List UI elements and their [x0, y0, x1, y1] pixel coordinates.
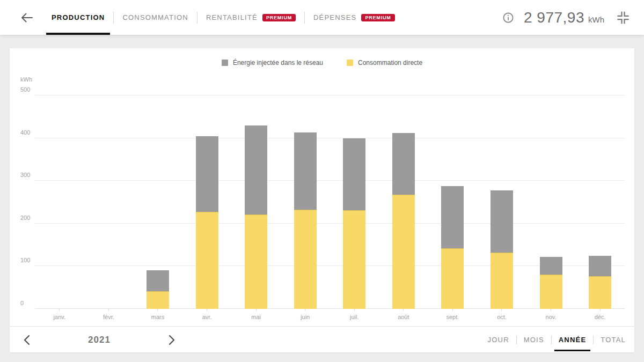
y-tick-label: 400 [20, 129, 30, 136]
bar-segment-injected [540, 257, 562, 275]
bar-segment-direct [245, 215, 267, 309]
legend-swatch [222, 60, 228, 66]
y-tick-label: 500 [20, 86, 30, 93]
bar-segment-injected [441, 186, 464, 248]
x-axis-tick [256, 309, 257, 311]
bar-segment-injected [343, 138, 365, 210]
tab-depenses-label: DÉPENSES [313, 13, 356, 21]
bar-segment-injected [392, 133, 415, 195]
legend-swatch [347, 60, 353, 66]
month-label: mars [151, 314, 164, 320]
main-tabs: PRODUCTION CONSOMMATION RENTABILITÉ PREM… [46, 0, 400, 35]
total-production-unit: kWh [588, 15, 604, 24]
month-label: févr. [103, 314, 114, 320]
x-label-slot: déc. [575, 309, 625, 320]
bar-slot [428, 95, 478, 309]
bar-août[interactable] [392, 133, 415, 309]
x-label-slot: oct. [477, 309, 526, 320]
bar-segment-direct [196, 212, 218, 309]
tab-rentabilite[interactable]: RENTABILITÉ PREMIUM [201, 0, 301, 35]
info-icon [502, 12, 514, 24]
bar-segment-injected [491, 190, 513, 253]
bar-segment-direct [147, 291, 169, 309]
x-label-slot: avr. [182, 309, 232, 320]
period-tab-annee[interactable]: ANNÉE [555, 334, 590, 346]
bar-avr[interactable] [196, 136, 218, 309]
next-year-button[interactable] [166, 334, 177, 346]
period-separator [593, 336, 594, 344]
bar-juil[interactable] [343, 138, 365, 309]
bar-segment-injected [147, 270, 169, 291]
x-axis-tick [157, 309, 158, 311]
x-label-slot: juin [281, 309, 330, 320]
bar-slot [182, 95, 232, 309]
period-tab-jour-label: JOUR [488, 336, 509, 344]
month-label: déc. [595, 314, 606, 320]
period-tab-total-label: TOTAL [601, 336, 626, 344]
period-tab-mois-label: MOIS [524, 336, 544, 344]
premium-badge: PREMIUM [262, 14, 296, 21]
period-tab-annee-label: ANNÉE [559, 336, 587, 344]
tab-production[interactable]: PRODUCTION [46, 0, 110, 35]
tab-separator [197, 12, 197, 24]
x-axis-tick [600, 309, 601, 311]
bar-déc[interactable] [589, 256, 611, 309]
info-button[interactable] [502, 12, 514, 24]
x-axis-tick [551, 309, 551, 311]
bar-segment-direct [294, 210, 317, 309]
bar-slot [35, 95, 84, 309]
period-separator [516, 336, 517, 344]
previous-year-button[interactable] [21, 334, 32, 346]
bar-slot [84, 95, 134, 309]
tab-separator [304, 12, 305, 24]
bar-segment-injected [589, 256, 611, 276]
bar-segment-direct [392, 195, 415, 309]
x-axis-tick [501, 309, 502, 311]
collapse-view-button[interactable] [615, 10, 631, 26]
tab-consommation-label: CONSOMMATION [122, 13, 188, 21]
tab-consommation[interactable]: CONSOMMATION [117, 0, 194, 35]
x-label-slot: août [379, 309, 428, 320]
x-label-slot: janv. [35, 309, 84, 320]
bar-juin[interactable] [294, 132, 317, 309]
chevron-right-icon [167, 334, 176, 346]
active-tab-underline [46, 33, 110, 35]
bar-mars[interactable] [147, 270, 169, 309]
x-axis-tick [207, 309, 207, 311]
bar-mai[interactable] [245, 125, 267, 309]
top-header: PRODUCTION CONSOMMATION RENTABILITÉ PREM… [0, 0, 644, 35]
bar-segment-direct [343, 210, 365, 309]
tab-depenses[interactable]: DÉPENSES PREMIUM [308, 0, 400, 35]
bar-nov[interactable] [540, 257, 562, 309]
chart-card: Énergie injectée dans le réseauConsommat… [10, 48, 634, 352]
month-label: nov. [546, 314, 557, 320]
bar-slot [477, 95, 526, 309]
bar-segment-injected [196, 136, 218, 212]
month-label: avr. [202, 314, 212, 320]
bar-segment-direct [589, 276, 611, 309]
period-tab-mois[interactable]: MOIS [521, 334, 547, 346]
bar-oct[interactable] [491, 190, 513, 309]
bar-sept[interactable] [441, 186, 464, 309]
bar-slot [133, 95, 182, 309]
period-tab-total[interactable]: TOTAL [597, 334, 629, 346]
x-label-slot: juil. [330, 309, 379, 320]
x-label-slot: sept. [428, 309, 478, 320]
back-button[interactable] [19, 10, 34, 25]
period-tab-jour[interactable]: JOUR [485, 334, 513, 346]
month-label: sept. [446, 314, 459, 320]
bar-segment-direct [441, 248, 464, 309]
y-tick-label: 0 [20, 300, 24, 306]
bar-slot [575, 95, 625, 309]
legend-label: Énergie injectée dans le réseau [233, 59, 323, 67]
month-label: mai [251, 314, 261, 320]
active-period-underline [554, 350, 591, 351]
x-label-slot: mars [133, 309, 182, 320]
x-axis-tick [305, 309, 305, 311]
x-label-slot: févr. [84, 309, 134, 320]
x-axis-tick [108, 309, 109, 311]
bar-slot [379, 95, 428, 309]
collapse-icon [615, 10, 631, 26]
bars-layer [35, 95, 625, 309]
footer-divider [10, 326, 634, 327]
